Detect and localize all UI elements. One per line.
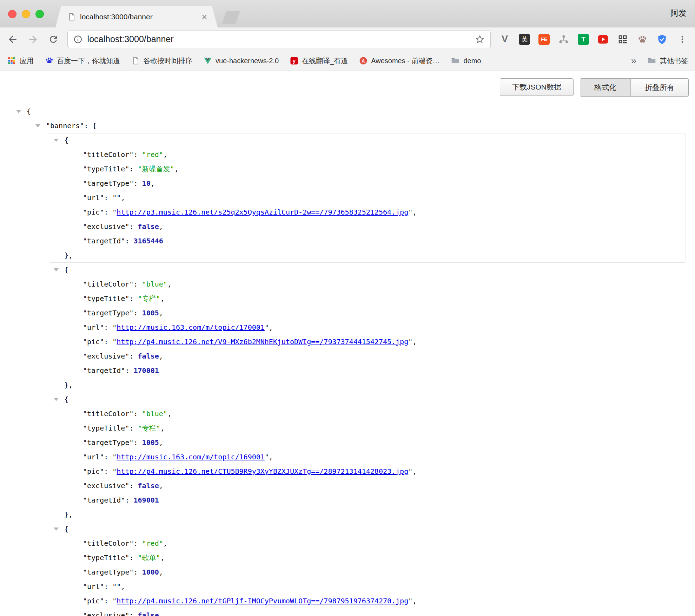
qr-extension-icon[interactable] <box>616 33 629 46</box>
collapse-caret-icon[interactable] <box>54 139 59 142</box>
bookmark-item-vue[interactable]: vue-hackernews-2.0 <box>204 57 279 65</box>
json-array-item: {"titleColor": "blue","typeTitle": "专栏",… <box>0 263 695 392</box>
bookmark-item-awesomes[interactable]: AAwesomes - 前端资… <box>359 56 439 66</box>
json-line: "titleColor": "red", <box>0 536 695 551</box>
format-button-group: 格式化 折叠所有 <box>580 78 689 97</box>
bookmark-item-page[interactable]: 谷歌按时间排序 <box>131 56 192 66</box>
new-tab-button[interactable] <box>222 11 240 24</box>
format-button[interactable]: 格式化 <box>580 79 630 96</box>
svg-text:A: A <box>362 58 365 64</box>
bookmark-item-apps[interactable]: 应用 <box>7 56 34 66</box>
youtube-extension-icon[interactable] <box>597 33 609 46</box>
paw-extension-icon[interactable] <box>636 33 649 46</box>
bookmark-label: 谷歌按时间排序 <box>143 56 192 66</box>
json-line: { <box>0 392 695 407</box>
json-line: }, <box>0 378 695 392</box>
tab-strip: localhost:3000/banner × 阿发 <box>0 0 695 27</box>
bookmark-label: vue-hackernews-2.0 <box>216 57 279 65</box>
translate-extension-icon[interactable]: 英 <box>518 33 531 46</box>
browser-tab[interactable]: localhost:3000/banner × <box>55 6 218 27</box>
site-info-icon[interactable] <box>73 35 82 44</box>
page-content: 下载JSON数据 格式化 折叠所有 {"banners": [{"titleCo… <box>0 71 695 616</box>
download-json-button[interactable]: 下载JSON数据 <box>500 78 574 96</box>
bookmark-item-youdao[interactable]: y在线翻译_有道 <box>290 56 348 66</box>
org-extension-icon[interactable] <box>557 33 570 46</box>
collapse-caret-icon[interactable] <box>16 110 21 113</box>
json-url-link[interactable]: http://p3.music.126.net/s25q2x5QyqsAzilC… <box>117 208 408 216</box>
json-line: "url": "http://music.163.com/m/topic/170… <box>0 320 695 335</box>
forward-icon[interactable] <box>27 33 39 46</box>
json-tree: {"banners": [{"titleColor": "red","typeT… <box>0 104 695 616</box>
json-line: "pic": "http://p4.music.126.net/tGPljf-I… <box>0 594 695 608</box>
json-line: "typeTitle": "专栏", <box>0 291 695 306</box>
apps-icon <box>7 56 16 65</box>
fe-extension-icon[interactable]: FE <box>538 33 550 46</box>
json-array-item: {"titleColor": "red","typeTitle": "新碟首发"… <box>0 133 695 263</box>
address-bar[interactable]: localhost:3000/banner <box>67 31 491 48</box>
collapse-caret-icon[interactable] <box>35 124 40 127</box>
json-url-link[interactable]: http://p4.music.126.net/CTU5B9R9y3XyYBZX… <box>117 467 408 476</box>
other-bookmarks-label: 其他书签 <box>660 56 688 66</box>
json-line: "targetId": 170001 <box>0 363 695 378</box>
json-line: "typeTitle": "新碟首发", <box>0 162 695 176</box>
back-icon[interactable] <box>6 33 19 46</box>
bookmark-label: 应用 <box>20 56 34 66</box>
json-line: "url": "", <box>0 191 695 205</box>
json-line: "exclusive": false <box>0 608 695 616</box>
json-url-link[interactable]: http://p4.music.126.net/tGPljf-IMOCyPvum… <box>117 597 408 605</box>
profile-name[interactable]: 阿发 <box>670 8 687 19</box>
reload-icon[interactable] <box>47 33 60 46</box>
url-text[interactable]: localhost:3000/banner <box>87 34 470 44</box>
json-line: "pic": "http://p4.music.126.net/V9-MXz6b… <box>0 335 695 349</box>
bookmark-label: Awesomes - 前端资… <box>371 56 439 66</box>
collapse-caret-icon[interactable] <box>54 527 59 531</box>
json-line: "exclusive": false, <box>0 219 695 234</box>
bookmarks-bar: 应用百度一下，你就知道谷歌按时间排序vue-hackernews-2.0y在线翻… <box>0 51 695 71</box>
json-line: "targetType": 1000, <box>0 565 695 579</box>
tab-close-icon[interactable]: × <box>200 12 208 21</box>
close-window-button[interactable] <box>8 10 16 18</box>
collapse-caret-icon[interactable] <box>54 398 59 401</box>
json-line: { <box>0 104 695 119</box>
json-array-item: {"titleColor": "red","typeTitle": "歌单","… <box>0 522 695 616</box>
bookmark-star-icon[interactable] <box>475 34 485 44</box>
json-line: "pic": "http://p4.music.126.net/CTU5B9R9… <box>0 464 695 479</box>
fullscreen-window-button[interactable] <box>35 10 44 18</box>
shield-extension-icon[interactable] <box>656 33 668 46</box>
navigation-toolbar: localhost:3000/banner V英FET <box>0 27 695 51</box>
window-controls <box>8 10 44 18</box>
json-url-link[interactable]: http://music.163.com/m/topic/170001 <box>117 323 264 332</box>
json-line: { <box>0 133 695 148</box>
json-url-link[interactable]: http://music.163.com/m/topic/169001 <box>117 453 264 461</box>
json-line: "typeTitle": "专栏", <box>0 421 695 435</box>
collapse-all-button[interactable]: 折叠所有 <box>630 79 688 96</box>
bookmarks-divider <box>642 55 642 66</box>
tampermonkey-extension-icon[interactable]: T <box>577 33 590 46</box>
bookmark-label: 在线翻译_有道 <box>302 56 348 66</box>
json-line: "titleColor": "blue", <box>0 277 695 291</box>
bookmarks-overflow-chevron[interactable]: » <box>627 55 641 66</box>
vue-icon <box>204 57 212 65</box>
bookmark-label: 百度一下，你就知道 <box>57 56 120 66</box>
menu-icon[interactable] <box>676 33 689 46</box>
json-line: { <box>0 263 695 277</box>
bookmark-item-folder[interactable]: demo <box>451 56 481 65</box>
json-toolbar: 下载JSON数据 格式化 折叠所有 <box>0 71 695 96</box>
json-line: "banners": [ <box>0 119 695 133</box>
json-line: "targetType": 1005, <box>0 435 695 450</box>
bookmark-item-baidu[interactable]: 百度一下，你就知道 <box>45 56 120 66</box>
vimium-extension-icon[interactable]: V <box>498 33 511 46</box>
json-line: { <box>0 522 695 536</box>
json-line: "url": "", <box>0 579 695 594</box>
json-line: }, <box>0 248 695 263</box>
bookmark-items: 应用百度一下，你就知道谷歌按时间排序vue-hackernews-2.0y在线翻… <box>7 56 481 66</box>
baidu-icon <box>45 57 53 65</box>
collapse-caret-icon[interactable] <box>54 268 59 271</box>
json-url-link[interactable]: http://p4.music.126.net/V9-MXz6b2MNhEKju… <box>117 338 408 346</box>
minimize-window-button[interactable] <box>22 10 30 18</box>
other-bookmarks[interactable]: 其他书签 <box>647 56 688 66</box>
page-icon <box>131 57 140 65</box>
folder-icon <box>647 56 656 65</box>
youdao-icon: y <box>290 57 298 65</box>
json-line: "pic": "http://p3.music.126.net/s25q2x5Q… <box>0 205 695 219</box>
